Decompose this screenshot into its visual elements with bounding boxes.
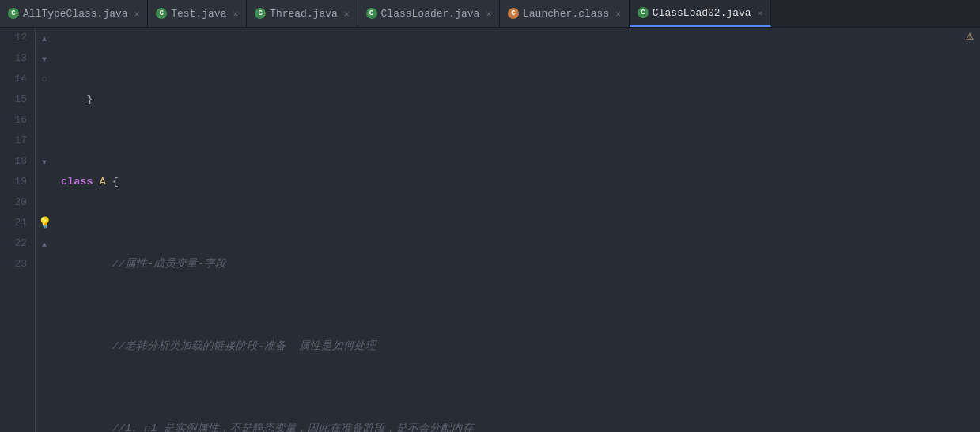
tab-close-thread[interactable]: ✕ (344, 9, 350, 19)
tab-icon-test: C (156, 8, 167, 19)
code-area: ⚠ 12 13 14 15 16 17 18 19 20 21 22 23 ▲ (0, 28, 980, 432)
gutter-22: ▲ (36, 233, 53, 254)
breakpoint-hollow-14[interactable]: ○ (41, 73, 47, 85)
editor-container: C AllTypeClass.java ✕ C Test.java ✕ C Th… (0, 0, 980, 432)
line-num-14: 14 (8, 69, 27, 89)
code-line-16: //1. n1 是实例属性，不是静态变量，因此在准备阶段，是不会分配内存 (61, 419, 972, 432)
tab-thread[interactable]: C Thread.java ✕ (247, 0, 358, 27)
kw-class: class (61, 172, 93, 192)
tab-alltypeclass[interactable]: C AllTypeClass.java ✕ (0, 0, 148, 27)
line-num-23: 23 (8, 254, 27, 275)
gutter-13: ▼ (36, 48, 53, 69)
gutter-12: ▲ (36, 28, 53, 48)
line-num-17: 17 (8, 131, 27, 151)
comment-14: //属性-成员变量-字段 (61, 254, 226, 275)
tab-label-launcher: Launcher.class (523, 8, 609, 20)
tab-close-launcher[interactable]: ✕ (615, 9, 621, 19)
fold-arrow-12[interactable]: ▲ (42, 35, 47, 44)
tab-label-classload02: ClassLoad02.java (653, 7, 751, 19)
line-num-19: 19 (8, 172, 27, 192)
bulb-icon-21[interactable]: 💡 (38, 217, 51, 229)
code-editor[interactable]: ⚠ 12 13 14 15 16 17 18 19 20 21 22 23 ▲ (0, 28, 980, 432)
gutter-19 (36, 172, 53, 192)
comment-15: //老韩分析类加载的链接阶段-准备 属性是如何处理 (61, 336, 376, 357)
gutter-17 (36, 131, 53, 151)
tab-icon-alltypeclass: C (8, 8, 19, 19)
code-line-14: //属性-成员变量-字段 (61, 254, 972, 275)
gutter-16 (36, 110, 53, 131)
line-num-16: 16 (8, 110, 27, 131)
tab-classload02[interactable]: C ClassLoad02.java ✕ (630, 0, 771, 27)
tab-test[interactable]: C Test.java ✕ (148, 0, 247, 27)
classname-A: A (100, 172, 106, 192)
tab-launcher[interactable]: C Launcher.class ✕ (500, 0, 630, 27)
code-lines[interactable]: } class A { //属性-成员变量-字段 //老韩分析类加载的链接阶段- (53, 28, 980, 432)
tab-icon-launcher: C (508, 8, 519, 19)
line-num-18: 18 (8, 151, 27, 172)
fold-arrow-13[interactable]: ▼ (42, 55, 47, 64)
tab-close-test[interactable]: ✕ (233, 9, 238, 19)
line-num-12: 12 (8, 28, 27, 48)
tab-classloader[interactable]: C ClassLoader.java ✕ (358, 0, 500, 27)
line-num-15: 15 (8, 89, 27, 110)
gutter-23 (36, 254, 53, 275)
tab-label-test: Test.java (171, 8, 226, 20)
code-line-13: class A { (61, 172, 972, 192)
tab-close-alltypeclass[interactable]: ✕ (134, 9, 140, 19)
tab-close-classloader[interactable]: ✕ (486, 9, 491, 19)
line-numbers: 12 13 14 15 16 17 18 19 20 21 22 23 (0, 28, 36, 432)
line-num-22: 22 (8, 233, 27, 254)
fold-inner-18[interactable]: ▼ (42, 158, 47, 167)
line-num-21: 21 (8, 213, 27, 233)
comment-16: //1. n1 是实例属性，不是静态变量，因此在准备阶段，是不会分配内存 (61, 419, 474, 432)
gutter-20 (36, 192, 53, 213)
tab-label-classloader: ClassLoader.java (381, 8, 480, 20)
tab-bar: C AllTypeClass.java ✕ C Test.java ✕ C Th… (0, 0, 980, 28)
line-num-13: 13 (8, 48, 27, 69)
gutter-21[interactable]: 💡 (36, 213, 53, 233)
tab-icon-classloader: C (366, 8, 377, 19)
tab-label-thread: Thread.java (270, 8, 338, 20)
tab-label-alltypeclass: AllTypeClass.java (23, 8, 128, 20)
gutter-14[interactable]: ○ (36, 69, 53, 89)
tab-close-classload02[interactable]: ✕ (758, 8, 763, 18)
code-line-15: //老韩分析类加载的链接阶段-准备 属性是如何处理 (61, 336, 972, 357)
warning-indicator: ⚠ (966, 28, 974, 44)
gutter-18: ▼ (36, 151, 53, 172)
line-num-20: 20 (8, 192, 27, 213)
fold-arrow-22[interactable]: ▲ (42, 241, 47, 249)
line-12-brace: } (61, 89, 93, 110)
tab-icon-classload02: C (638, 7, 649, 18)
tab-icon-thread: C (255, 8, 266, 19)
code-line-12: } (61, 89, 972, 110)
space-13a (93, 172, 100, 192)
gutter-col: ▲ ▼ ○ ▼ (36, 28, 53, 432)
gutter-15 (36, 89, 53, 110)
brace-13: { (106, 172, 119, 192)
